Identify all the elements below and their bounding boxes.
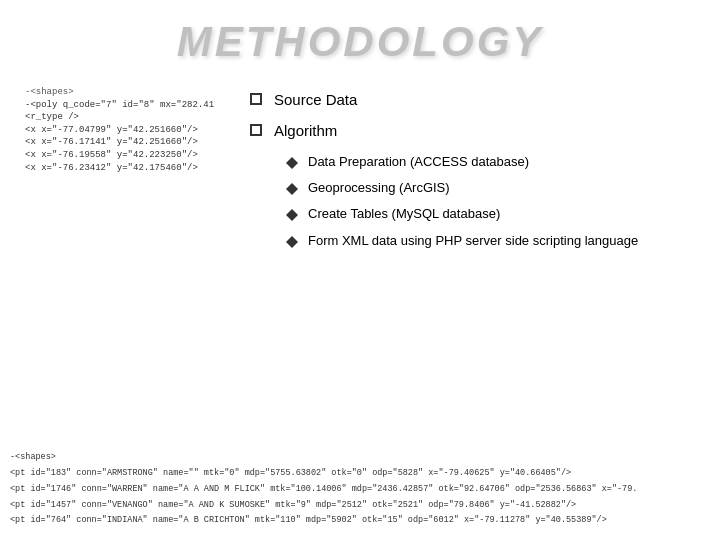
bullet-algorithm-label: Algorithm — [274, 122, 337, 139]
bottom-code-line-2: <pt id="1746" conn="WARREN" name="A A AN… — [10, 483, 710, 496]
bullet-panel: Source Data Algorithm Data Preparation (… — [220, 81, 720, 258]
square-bullet-2 — [250, 124, 262, 136]
diamond-icon-4 — [286, 236, 298, 242]
sub-bullet-3-text: Create Tables (MySQL database) — [308, 205, 500, 223]
code-x-line-3: <x x="-76.19558" y="42.223250"/> — [25, 149, 215, 162]
sub-bullet-3: Create Tables (MySQL database) — [286, 205, 720, 223]
bullet-algorithm: Algorithm — [250, 122, 720, 139]
bottom-code-section: -<shapes> <pt id="183" conn="ARMSTRONG" … — [10, 451, 710, 530]
code-x-line-1: <x x="-77.04799" y="42.251660"/> — [25, 124, 215, 137]
code-panel-top: -<shapes> -<poly q_code="7" id="8" mx="2… — [20, 81, 220, 258]
main-content: -<shapes> -<poly q_code="7" id="8" mx="2… — [0, 76, 720, 258]
sub-bullet-1: Data Preparation (ACCESS database) — [286, 153, 720, 171]
sub-bullet-2-text: Geoprocessing (ArcGIS) — [308, 179, 450, 197]
bullet-source-data-label: Source Data — [274, 91, 357, 108]
square-bullet-1 — [250, 93, 262, 105]
diamond-icon-1 — [286, 157, 298, 163]
code-rtype: <r_type /> — [25, 111, 215, 124]
bottom-code-header: -<shapes> — [10, 451, 710, 464]
sub-bullet-1-text: Data Preparation (ACCESS database) — [308, 153, 529, 171]
page-title: METHODOLOGY — [177, 18, 544, 65]
bottom-shapes-tag: -<shapes> — [10, 452, 56, 462]
code-x-line-2: <x x="-76.17141" y="42.251660"/> — [25, 136, 215, 149]
diamond-icon-2 — [286, 183, 298, 189]
code-x-line-4: <x x="-76.23412" y="42.175460"/> — [25, 162, 215, 175]
code-poly-tag: -<poly q_code="7" id="8" mx="282.4172684… — [25, 99, 215, 112]
title-section: METHODOLOGY — [0, 0, 720, 76]
code-block-shapes: -<shapes> -<poly q_code="7" id="8" mx="2… — [25, 86, 215, 174]
code-shapes-header: -<shapes> — [25, 86, 215, 99]
bottom-code-line-4: <pt id="764" conn="INDIANA" name="A B CR… — [10, 514, 710, 527]
bottom-code-line-1: <pt id="183" conn="ARMSTRONG" name="" mt… — [10, 467, 710, 480]
bullet-source-data: Source Data — [250, 91, 720, 108]
bottom-code-line-3: <pt id="1457" conn="VENANGO" name="A AND… — [10, 499, 710, 512]
sub-bullets-list: Data Preparation (ACCESS database) Geopr… — [286, 153, 720, 250]
sub-bullet-4: Form XML data using PHP server side scri… — [286, 232, 720, 250]
sub-bullet-2: Geoprocessing (ArcGIS) — [286, 179, 720, 197]
sub-bullet-4-text: Form XML data using PHP server side scri… — [308, 232, 638, 250]
diamond-icon-3 — [286, 209, 298, 215]
